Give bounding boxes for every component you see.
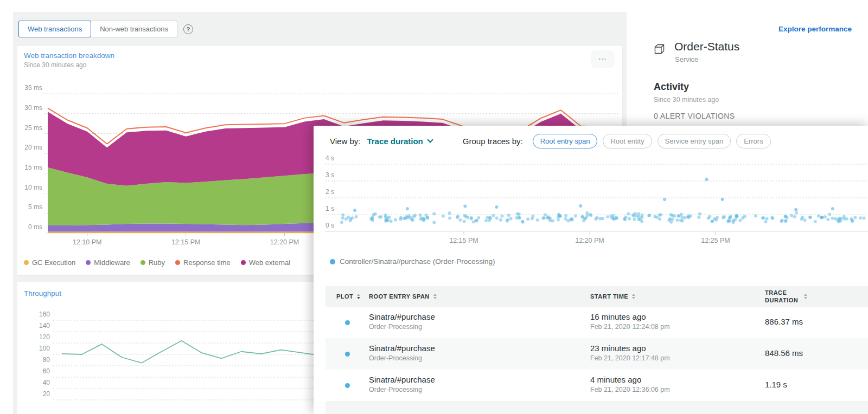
sort-icon[interactable] bbox=[433, 294, 437, 299]
svg-text:12:20 PM: 12:20 PM bbox=[575, 237, 604, 244]
entity-type: Service bbox=[675, 55, 698, 63]
legend-label: Middleware bbox=[94, 258, 130, 267]
legend-item[interactable]: Web external bbox=[241, 258, 290, 267]
svg-text:30 ms: 30 ms bbox=[24, 104, 42, 112]
svg-text:120: 120 bbox=[39, 333, 50, 341]
plot-dot-icon bbox=[345, 383, 350, 388]
svg-text:12:15 PM: 12:15 PM bbox=[171, 238, 201, 246]
svg-text:1 s: 1 s bbox=[326, 205, 334, 212]
svg-text:10 ms: 10 ms bbox=[24, 184, 42, 191]
svg-text:12:15 PM: 12:15 PM bbox=[449, 237, 478, 244]
help-icon[interactable]: ? bbox=[183, 24, 193, 34]
column-header-trace-duration[interactable]: TRACE DURATION bbox=[765, 286, 807, 307]
legend-dot-icon bbox=[141, 260, 145, 265]
transaction-type-tabbar: Web transactions Non-web transactions ? bbox=[18, 21, 193, 37]
root-entry-span: Sinatra/#purchase bbox=[369, 375, 435, 384]
legend-dot-icon bbox=[175, 260, 180, 265]
start-time-absolute: Feb 21, 2020 12:36:06 pm bbox=[590, 386, 670, 393]
svg-text:3 s: 3 s bbox=[326, 171, 334, 179]
plot-dot-icon bbox=[345, 320, 350, 325]
pill-root-entity[interactable]: Root entity bbox=[603, 134, 652, 148]
trace-table-row[interactable]: Sinatra/#purchase Order-Processing 4 min… bbox=[326, 370, 868, 401]
tab-web-transactions[interactable]: Web transactions bbox=[18, 21, 91, 37]
start-time-relative: 4 minutes ago bbox=[590, 375, 641, 384]
group-traces-by-label: Group traces by: bbox=[463, 137, 523, 146]
column-header-start-time[interactable]: START TIME bbox=[590, 286, 635, 307]
ellipsis-menu-icon[interactable]: ⋯ bbox=[591, 50, 615, 68]
svg-text:100: 100 bbox=[39, 345, 50, 352]
legend-item[interactable]: Ruby bbox=[141, 258, 165, 267]
explore-performance-link[interactable]: Explore performance bbox=[778, 25, 852, 33]
entity-name: Order-Status bbox=[674, 40, 739, 53]
entity-label: Order-Processing bbox=[369, 386, 422, 393]
start-time-relative: 16 minutes ago bbox=[590, 312, 646, 321]
pill-root-entry-span[interactable]: Root entry span bbox=[533, 134, 598, 148]
legend-label: Response time bbox=[183, 258, 231, 267]
activity-heading: Activity bbox=[654, 81, 689, 93]
svg-text:15 ms: 15 ms bbox=[24, 164, 42, 171]
view-by-dropdown[interactable]: Trace duration bbox=[367, 137, 432, 146]
legend-label: Web external bbox=[249, 258, 290, 267]
svg-text:5 ms: 5 ms bbox=[28, 203, 42, 211]
svg-text:35 ms: 35 ms bbox=[24, 84, 42, 92]
trace-duration-value: 886.37 ms bbox=[765, 317, 803, 326]
svg-text:60: 60 bbox=[43, 367, 50, 375]
legend-dot-icon bbox=[24, 260, 29, 265]
legend-item[interactable]: Middleware bbox=[86, 258, 130, 267]
svg-text:40: 40 bbox=[43, 379, 50, 386]
breakdown-legend: GC ExecutionMiddlewareRubyResponse timeW… bbox=[24, 258, 290, 267]
view-by-label: View by: bbox=[330, 137, 360, 146]
throughput-title-link[interactable]: Throughput bbox=[24, 289, 61, 297]
svg-text:12:20 PM: 12:20 PM bbox=[270, 238, 299, 246]
root-entry-span: Sinatra/#purchase bbox=[369, 312, 435, 321]
trace-table-row[interactable] bbox=[326, 401, 868, 414]
trace-table-row[interactable]: Sinatra/#purchase Order-Processing 23 mi… bbox=[326, 338, 868, 370]
legend-item[interactable]: GC Execution bbox=[24, 258, 75, 267]
entity-label: Order-Processing bbox=[369, 323, 422, 331]
legend-item[interactable]: Response time bbox=[175, 258, 231, 267]
legend-dot-icon bbox=[241, 260, 246, 265]
trace-duration-value: 1.19 s bbox=[765, 380, 787, 389]
svg-text:4 s: 4 s bbox=[326, 154, 334, 162]
svg-text:2 s: 2 s bbox=[326, 188, 334, 196]
svg-text:80: 80 bbox=[43, 356, 50, 364]
scatter-legend-label: Controller/Sinatra//purchase (Order-Proc… bbox=[340, 257, 495, 266]
breakdown-title-link[interactable]: Web transaction breakdown bbox=[24, 51, 114, 60]
sort-icon[interactable] bbox=[632, 294, 635, 299]
sort-icon[interactable] bbox=[357, 294, 360, 299]
svg-text:0 s: 0 s bbox=[326, 222, 334, 229]
pill-service-entry-span[interactable]: Service entry span bbox=[658, 134, 731, 148]
service-icon bbox=[653, 43, 666, 57]
svg-text:25 ms: 25 ms bbox=[24, 124, 42, 132]
svg-text:0 ms: 0 ms bbox=[28, 223, 42, 231]
legend-label: Ruby bbox=[149, 258, 165, 267]
svg-text:160: 160 bbox=[39, 310, 50, 318]
view-by-value: Trace duration bbox=[367, 137, 423, 146]
tab-non-web-transactions[interactable]: Non-web transactions bbox=[91, 21, 177, 37]
entity-label: Order-Processing bbox=[369, 354, 422, 362]
trace-duration-scatter-chart[interactable]: 0 s1 s2 s3 s4 s12:15 PM12:20 PM12:25 PM bbox=[314, 147, 868, 267]
column-header-plot[interactable]: PLOT bbox=[336, 286, 360, 307]
plot-dot-icon bbox=[345, 352, 350, 357]
trace-table-row[interactable]: Sinatra/#purchase Order-Processing 16 mi… bbox=[326, 307, 868, 338]
trace-controls: View by: Trace duration Group traces by:… bbox=[330, 133, 771, 149]
svg-text:140: 140 bbox=[39, 322, 50, 329]
alert-violations-summary: 0 ALERT VIOLATIONS bbox=[654, 112, 735, 120]
pill-errors[interactable]: Errors bbox=[736, 134, 770, 148]
legend-label: GC Execution bbox=[32, 258, 75, 267]
distributed-tracing-panel: View by: Trace duration Group traces by:… bbox=[314, 126, 868, 414]
sort-icon[interactable] bbox=[804, 294, 807, 299]
activity-subtitle: Since 30 minutes ago bbox=[654, 96, 719, 104]
trace-table-header: PLOT ROOT ENTRY SPAN START TIME TRACE DU… bbox=[326, 286, 868, 307]
svg-text:12:25 PM: 12:25 PM bbox=[701, 237, 730, 244]
legend-dot-icon bbox=[330, 259, 335, 264]
legend-dot-icon bbox=[86, 260, 91, 265]
chevron-down-icon bbox=[427, 137, 433, 143]
svg-text:20: 20 bbox=[43, 390, 50, 398]
svg-text:20 ms: 20 ms bbox=[24, 144, 42, 151]
start-time-absolute: Feb 21, 2020 12:17:48 pm bbox=[590, 354, 670, 362]
column-header-root-entry-span[interactable]: ROOT ENTRY SPAN bbox=[369, 286, 437, 307]
breakdown-subtitle: Since 30 minutes ago bbox=[24, 61, 86, 69]
scatter-legend: Controller/Sinatra//purchase (Order-Proc… bbox=[330, 257, 495, 266]
start-time-absolute: Feb 21, 2020 12:24:08 pm bbox=[590, 323, 670, 331]
